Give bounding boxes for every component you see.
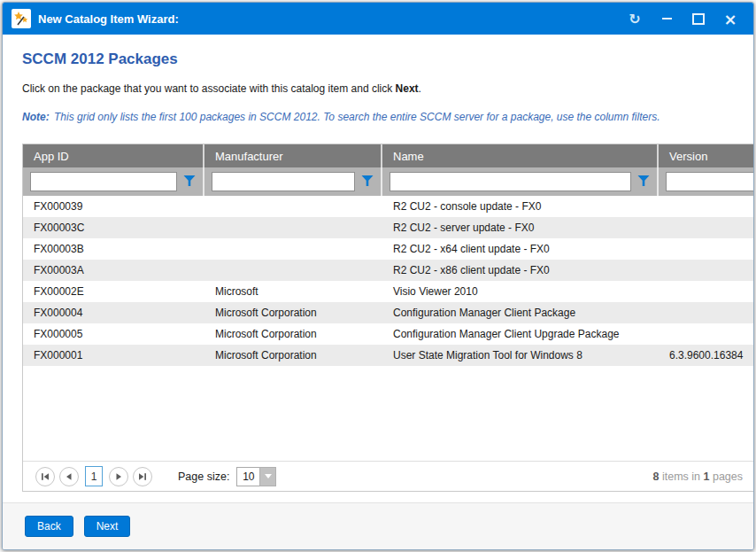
table-row[interactable]: FX000005Microsoft CorporationConfigurati…: [23, 323, 753, 345]
maximize-icon[interactable]: [686, 7, 711, 30]
cell-version: 6.3.9600.16384: [659, 345, 753, 366]
wizard-icon: [12, 9, 31, 28]
cell-app_id: FX00003B: [23, 238, 204, 260]
page-size-value: 10: [236, 467, 259, 486]
wizard-content: SCCM 2012 Packages Click on the package …: [3, 35, 753, 502]
table-row[interactable]: FX000039R2 CU2 - console update - FX0: [23, 196, 753, 217]
cell-version: [659, 238, 753, 260]
filter-input-name[interactable]: [390, 172, 631, 191]
column-header-app_id[interactable]: App ID: [23, 144, 204, 167]
filter-input-app_id[interactable]: [30, 172, 177, 191]
refresh-icon[interactable]: ↻: [622, 7, 647, 30]
back-button[interactable]: Back: [25, 516, 73, 537]
cell-name: User State Migration Tool for Windows 8: [382, 345, 659, 366]
filter-cell-version: [659, 167, 753, 196]
filter-input-manufacturer[interactable]: [212, 172, 355, 191]
cell-manufacturer: Microsoft Corporation: [204, 323, 382, 345]
cell-version: [659, 281, 753, 302]
table-row[interactable]: FX00003AR2 CU2 - x86 client update - FX0: [23, 260, 753, 281]
cell-manufacturer: Microsoft: [204, 281, 382, 302]
cell-manufacturer: [204, 217, 382, 238]
grid-empty-area: [23, 366, 753, 461]
minimize-icon[interactable]: [654, 7, 679, 30]
filter-input-version[interactable]: [666, 172, 753, 191]
grid-pager: 1 Page size: 10 8 items in 1 pages: [23, 461, 753, 491]
grid-header-row: App IDManufacturerNameVersion: [23, 144, 753, 167]
packages-grid: App IDManufacturerNameVersion FX000039R2…: [22, 144, 753, 492]
cell-version: [659, 302, 753, 323]
cell-manufacturer: [204, 260, 382, 281]
cell-manufacturer: [204, 238, 382, 260]
pager-prev-button[interactable]: [59, 467, 79, 486]
table-row[interactable]: FX00003BR2 CU2 - x64 client update - FX0: [23, 238, 753, 260]
cell-app_id: FX000039: [23, 196, 204, 217]
footer: Back Next: [3, 502, 753, 549]
page-size-label: Page size:: [178, 470, 229, 483]
cell-app_id: FX000004: [23, 302, 204, 323]
window-title: New Catalog Item Wizard:: [38, 12, 179, 26]
table-row[interactable]: FX000001Microsoft CorporationUser State …: [23, 345, 753, 366]
cell-app_id: FX00003A: [23, 260, 204, 281]
table-row[interactable]: FX00003CR2 CU2 - server update - FX0: [23, 217, 753, 238]
pager-next-button[interactable]: [109, 467, 128, 486]
cell-name: Configuration Manager Client Upgrade Pac…: [382, 323, 659, 345]
cell-name: R2 CU2 - x64 client update - FX0: [382, 238, 659, 260]
cell-version: [659, 260, 753, 281]
filter-cell-app_id: [23, 167, 204, 196]
cell-name: Visio Viewer 2010: [382, 281, 659, 302]
instruction-text: Click on the package that you want to as…: [22, 82, 753, 95]
cell-manufacturer: Microsoft Corporation: [204, 345, 382, 366]
page-size-dropdown-icon[interactable]: [259, 467, 276, 486]
table-row[interactable]: FX00002EMicrosoftVisio Viewer 2010: [23, 281, 753, 302]
close-icon[interactable]: ×: [718, 7, 743, 30]
cell-app_id: FX000001: [23, 345, 204, 366]
cell-version: [659, 196, 753, 217]
cell-name: R2 CU2 - x86 client update - FX0: [382, 260, 659, 281]
pager-first-button[interactable]: [35, 467, 55, 486]
filter-funnel-icon[interactable]: [637, 175, 652, 188]
page-size-select[interactable]: 10: [236, 467, 276, 486]
grid-filter-row: [23, 167, 753, 196]
column-header-version[interactable]: Version: [659, 144, 753, 167]
pager-current-page[interactable]: 1: [85, 466, 103, 486]
filter-cell-manufacturer: [204, 167, 382, 196]
filter-funnel-icon[interactable]: [361, 175, 375, 188]
column-header-name[interactable]: Name: [382, 144, 659, 167]
page-title: SCCM 2012 Packages: [22, 51, 753, 68]
cell-app_id: FX000005: [23, 323, 204, 345]
cell-manufacturer: Microsoft Corporation: [204, 302, 382, 323]
cell-app_id: FX00003C: [23, 217, 204, 238]
grid-body: FX000039R2 CU2 - console update - FX0FX0…: [23, 196, 753, 366]
cell-version: [659, 217, 753, 238]
wizard-window: New Catalog Item Wizard: ↻ × SCCM 2012 P…: [2, 2, 754, 550]
cell-name: Configuration Manager Client Package: [382, 302, 659, 323]
window-controls: ↻ ×: [622, 7, 743, 30]
cell-version: [659, 323, 753, 345]
cell-name: R2 CU2 - server update - FX0: [382, 217, 659, 238]
pager-summary: 8 items in 1 pages: [653, 470, 743, 483]
cell-app_id: FX00002E: [23, 281, 204, 302]
column-header-manufacturer[interactable]: Manufacturer: [204, 144, 382, 167]
table-row[interactable]: FX000004Microsoft CorporationConfigurati…: [23, 302, 753, 323]
filter-funnel-icon[interactable]: [183, 175, 197, 188]
filter-cell-name: [382, 167, 659, 196]
cell-manufacturer: [204, 196, 382, 217]
cell-name: R2 CU2 - console update - FX0: [382, 196, 659, 217]
titlebar: New Catalog Item Wizard: ↻ ×: [3, 3, 753, 35]
pager-last-button[interactable]: [133, 467, 152, 486]
next-button[interactable]: Next: [84, 516, 131, 537]
note-text: Note: This grid only lists the first 100…: [22, 111, 753, 123]
